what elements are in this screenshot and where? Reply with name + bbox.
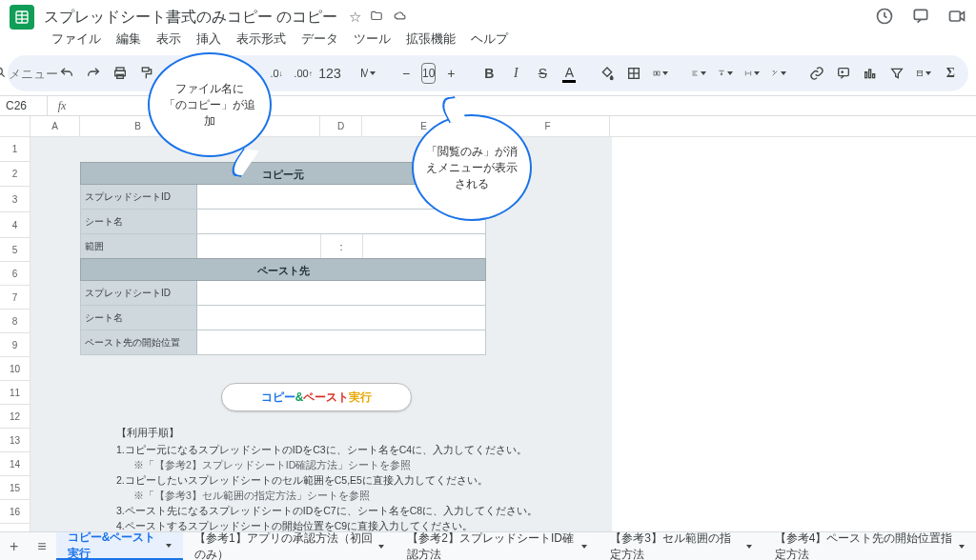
font-size-input[interactable]: 10	[421, 63, 436, 84]
functions-button[interactable]: Σ	[939, 61, 962, 86]
svg-rect-17	[658, 71, 660, 75]
svg-rect-11	[117, 74, 124, 78]
menu-file[interactable]: ファイル	[44, 29, 109, 50]
row-headers[interactable]: 12 34 56 78 910 1112 1314 1516 1718 1920…	[0, 137, 30, 531]
doc-title[interactable]: スプレッドシート書式のみコピー のコピー	[44, 8, 337, 28]
fx-icon: fx	[48, 99, 76, 113]
svg-rect-28	[869, 70, 871, 78]
dec-increase-button[interactable]: .00↑	[292, 61, 315, 86]
usage-text: 【利用手順】 1.コピー元になるスプレッドシートのIDをC3に、シート名をC4に…	[116, 425, 538, 531]
chart-button[interactable]	[859, 61, 882, 86]
add-sheet-button[interactable]: +	[0, 538, 28, 555]
label-paste-pos: ペースト先の開始位置	[81, 330, 197, 354]
menu-tools[interactable]: ツール	[346, 29, 398, 50]
text-color-button[interactable]: A	[558, 61, 580, 86]
italic-button[interactable]: I	[504, 61, 527, 86]
move-folder-icon[interactable]	[369, 10, 384, 26]
search-icon	[0, 66, 7, 82]
halign-button[interactable]	[687, 61, 710, 86]
borders-button[interactable]	[622, 61, 645, 86]
tab-ref1[interactable]: 【参考1】アプリの承認方法（初回のみ）	[183, 532, 396, 560]
svg-rect-10	[115, 70, 126, 75]
dec-decrease-button[interactable]: .0↓	[265, 61, 288, 86]
wrap-button[interactable]	[741, 61, 763, 86]
print-button[interactable]	[109, 61, 132, 86]
meet-icon[interactable]	[947, 7, 966, 29]
cloud-icon[interactable]	[392, 10, 409, 26]
annotation-bubble-1: ファイル名に 「のコピー」が追加	[148, 52, 272, 157]
bold-button[interactable]: B	[478, 61, 500, 86]
link-button[interactable]	[805, 61, 828, 86]
tab-ref2[interactable]: 【参考2】スプレッドシートID確認方法	[396, 532, 599, 560]
merge-button[interactable]	[649, 61, 672, 86]
fill-color-button[interactable]	[596, 61, 619, 86]
font-size-dec[interactable]: −	[395, 61, 417, 86]
annotation-bubble-2: 「閲覧のみ」が消えメニューが表示される	[412, 114, 532, 221]
menu-edit[interactable]: 編集	[109, 29, 149, 50]
menu-search[interactable]	[17, 61, 40, 86]
svg-rect-24	[839, 69, 849, 76]
comments-icon[interactable]	[911, 7, 930, 29]
svg-rect-30	[918, 70, 923, 75]
svg-rect-16	[654, 71, 656, 75]
menu-data[interactable]: データ	[294, 29, 346, 50]
font-size-inc[interactable]: +	[439, 61, 462, 86]
label-ssid-src: スプレッドシートID	[81, 185, 197, 209]
label-sheet-dst: シート名	[81, 306, 197, 330]
sheet-tab-bar: + ≡ コピー&ペースト実行 【参考1】アプリの承認方法（初回のみ） 【参考2】…	[0, 531, 976, 560]
svg-point-7	[0, 68, 2, 74]
svg-rect-29	[873, 74, 875, 78]
tab-exec[interactable]: コピー&ペースト実行	[56, 532, 183, 560]
all-sheets-button[interactable]: ≡	[28, 538, 55, 555]
comment-button[interactable]	[832, 61, 855, 86]
name-box[interactable]: C26	[0, 96, 48, 115]
label-sheet-src: シート名	[81, 210, 197, 233]
svg-rect-5	[914, 10, 926, 19]
svg-point-4	[878, 9, 892, 23]
table-view-button[interactable]	[912, 61, 935, 86]
menu-bar: ファイル 編集 表示 挿入 表示形式 データ ツール 拡張機能 ヘルプ	[0, 29, 976, 51]
history-icon[interactable]	[875, 7, 894, 29]
menu-ext[interactable]: 拡張機能	[398, 29, 463, 50]
label-range: 範囲	[81, 234, 197, 258]
label-ssid-dst: スプレッドシートID	[81, 281, 197, 305]
svg-rect-12	[142, 68, 149, 71]
star-icon[interactable]: ☆	[349, 9, 361, 26]
valign-button[interactable]	[714, 61, 737, 86]
svg-rect-6	[950, 11, 961, 21]
rotate-button[interactable]	[767, 61, 790, 86]
svg-rect-0	[16, 11, 28, 23]
undo-button[interactable]	[55, 61, 78, 86]
menu-view[interactable]: 表示	[149, 29, 189, 50]
tab-ref3[interactable]: 【参考3】セル範囲の指定方法	[599, 532, 762, 560]
svg-rect-27	[865, 72, 867, 78]
section-paste-dest: ペースト先	[80, 258, 486, 281]
menu-help[interactable]: ヘルプ	[463, 29, 516, 50]
menu-insert[interactable]: 挿入	[189, 29, 229, 50]
sheets-logo	[10, 5, 34, 30]
redo-button[interactable]	[82, 61, 105, 86]
font-select[interactable]: M PLU...	[356, 61, 379, 86]
num-format-button[interactable]: 123	[318, 61, 341, 86]
filter-button[interactable]	[885, 61, 908, 86]
copy-paste-exec-button[interactable]: コピー & ペースト 実行	[221, 383, 412, 411]
strike-button[interactable]: S	[531, 61, 554, 86]
svg-line-8	[2, 73, 5, 76]
tab-ref4[interactable]: 【参考4】ペースト先の開始位置指定方法	[763, 532, 976, 560]
select-all-cell[interactable]	[0, 116, 30, 137]
svg-rect-13	[629, 69, 640, 79]
svg-rect-9	[116, 68, 124, 70]
menu-format[interactable]: 表示形式	[229, 29, 294, 50]
